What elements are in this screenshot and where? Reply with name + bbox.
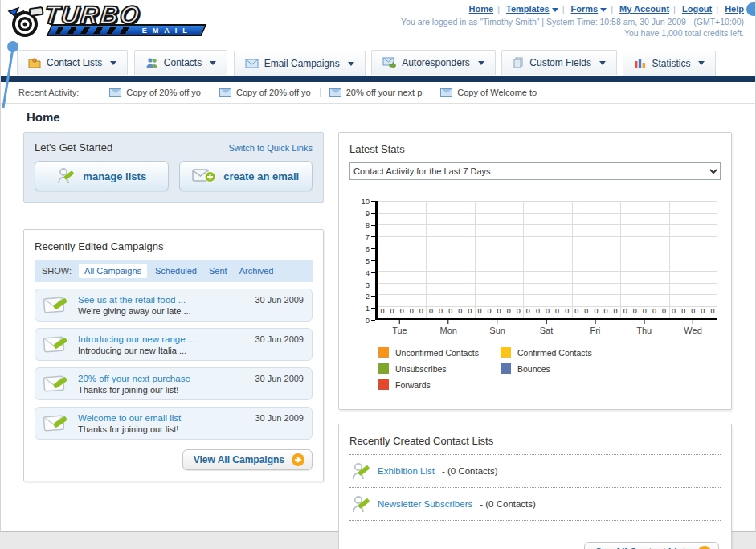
chart-value-label: 0 bbox=[546, 307, 550, 315]
legend-label: Bounces bbox=[517, 364, 550, 374]
main-area: Home Let's Get Started Switch to Quick L… bbox=[1, 104, 755, 549]
chart-value-label: 0 bbox=[400, 307, 404, 315]
recent-activity-item[interactable]: 20% off your next p bbox=[320, 88, 431, 97]
chart-value-label: 0 bbox=[633, 307, 637, 315]
get-started-title: Let's Get Started bbox=[35, 141, 112, 154]
recent-activity-bar: Recent Activity: Copy of 20% off yo Copy… bbox=[1, 82, 755, 104]
logo-subtitle: EMAIL bbox=[142, 27, 193, 35]
recent-activity-item[interactable]: Copy of Welcome to bbox=[431, 88, 546, 97]
campaigns-panel-title: Recently Edited Campaigns bbox=[35, 240, 313, 252]
tab-contact-lists[interactable]: Contact Lists bbox=[17, 50, 128, 75]
header: TURBO EMAIL Home| Templates| Forms| My A… bbox=[1, 0, 755, 50]
recently-edited-campaigns-panel: Recently Edited Campaigns SHOW: All Camp… bbox=[23, 229, 324, 481]
chart-x-tick: Thu bbox=[636, 320, 652, 335]
login-info: You are logged in as "Timothy Smith" | S… bbox=[401, 17, 744, 27]
envelope-plus-icon bbox=[192, 167, 216, 185]
campaign-subtitle: We're giving away our late ... bbox=[78, 306, 247, 316]
chart-value-label: 0 bbox=[623, 307, 627, 315]
chart-value-label: 0 bbox=[701, 307, 705, 315]
logo-text: TURBO EMAIL bbox=[44, 3, 204, 36]
chart-value-label: 0 bbox=[439, 307, 443, 315]
legend-swatch bbox=[378, 347, 389, 358]
chart-value-label: 0 bbox=[584, 307, 588, 315]
campaign-item[interactable]: Introducing our new range ... Introducin… bbox=[35, 328, 313, 361]
campaign-title-link[interactable]: Introducing our new range ... bbox=[78, 334, 247, 344]
recently-created-contact-lists-panel: Recently Created Contact Lists Exhibitio… bbox=[338, 424, 732, 549]
chart-value-label: 0 bbox=[429, 307, 433, 315]
main-nav-tabs: Contact Lists Contacts Email Campaigns A… bbox=[1, 50, 755, 76]
tab-statistics[interactable]: Statistics bbox=[623, 51, 716, 76]
campaign-envelope-pencil-icon bbox=[43, 295, 71, 316]
filter-sent[interactable]: Sent bbox=[209, 266, 227, 276]
chart-value-label: 0 bbox=[555, 307, 559, 315]
legend-swatch bbox=[378, 363, 389, 374]
chart-value-label: 0 bbox=[487, 307, 491, 315]
app-window: TURBO EMAIL Home| Templates| Forms| My A… bbox=[0, 0, 756, 549]
chart-value-label: 0 bbox=[594, 307, 598, 315]
filter-archived[interactable]: Archived bbox=[239, 266, 274, 276]
get-started-panel: Let's Get Started Switch to Quick Links … bbox=[23, 132, 324, 203]
campaign-title-link[interactable]: Welcome to our email list bbox=[78, 413, 247, 423]
tab-email-campaigns[interactable]: Email Campaigns bbox=[234, 51, 366, 76]
view-all-campaigns-button[interactable]: View All Campaigns bbox=[182, 449, 313, 470]
campaign-envelope-pencil-icon bbox=[43, 413, 71, 434]
campaign-title-link[interactable]: See us at the retail food ... bbox=[78, 295, 247, 305]
switch-quick-links-link[interactable]: Switch to Quick Links bbox=[228, 143, 313, 153]
chart-value-label: 0 bbox=[662, 307, 666, 315]
contact-list-link[interactable]: Exhibition List bbox=[378, 466, 435, 476]
chart-x-tick: Sat bbox=[540, 320, 554, 335]
logo-email-bar: EMAIL bbox=[47, 24, 207, 36]
campaign-item[interactable]: Welcome to our email list Thanks for joi… bbox=[35, 407, 313, 440]
nav-link-home[interactable]: Home bbox=[469, 4, 494, 14]
contact-list-link[interactable]: Newsletter Subscribers bbox=[378, 499, 472, 509]
campaign-envelope-pencil-icon bbox=[43, 334, 71, 355]
see-all-contact-lists-button[interactable]: See All Contact Lists bbox=[584, 542, 719, 549]
manage-lists-button[interactable]: manage lists bbox=[35, 161, 169, 191]
stats-activity-select[interactable]: Contact Activity for the Last 7 Days bbox=[349, 162, 721, 180]
chart-value-label: 0 bbox=[517, 307, 521, 315]
app-logo[interactable]: TURBO EMAIL bbox=[7, 3, 204, 42]
chart-value-label: 0 bbox=[691, 307, 695, 315]
legend-label: Unsubscribes bbox=[395, 364, 447, 374]
campaign-title-link[interactable]: 20% off your next purchase bbox=[78, 374, 247, 383]
arrow-right-icon bbox=[292, 453, 304, 466]
dropdown-arrow-icon bbox=[210, 61, 216, 65]
dropdown-arrow-icon bbox=[552, 8, 558, 12]
chart-value-label: 0 bbox=[468, 307, 472, 315]
contact-list-count: - (0 Contacts) bbox=[480, 499, 536, 509]
nav-link-logout[interactable]: Logout bbox=[682, 4, 712, 14]
dropdown-arrow-icon bbox=[110, 61, 116, 65]
contact-list-item[interactable]: Newsletter Subscribers - (0 Contacts) bbox=[349, 488, 721, 521]
help-bubble-icon[interactable] bbox=[746, 2, 755, 16]
nav-link-templates[interactable]: Templates bbox=[506, 4, 550, 14]
tab-autoresponders[interactable]: Autoresponders bbox=[371, 50, 496, 75]
tab-custom-fields[interactable]: Custom Fields bbox=[501, 50, 617, 75]
create-email-button[interactable]: create an email bbox=[179, 161, 313, 191]
campaign-item[interactable]: 20% off your next purchase Thanks for jo… bbox=[35, 367, 313, 400]
contact-list-count: - (0 Contacts) bbox=[442, 466, 498, 476]
filter-scheduled[interactable]: Scheduled bbox=[155, 266, 197, 276]
folder-contacts-icon bbox=[28, 57, 41, 68]
chart-value-label: 0 bbox=[477, 307, 481, 315]
nav-divider-bar bbox=[1, 76, 755, 82]
nav-link-my-account[interactable]: My Account bbox=[619, 4, 669, 14]
chart-x-tick: Sun bbox=[489, 320, 505, 335]
legend-item: Confirmed Contacts bbox=[501, 347, 623, 358]
recent-activity-item[interactable]: Copy of 20% off yo bbox=[210, 88, 320, 97]
chart-value-label: 0 bbox=[507, 307, 511, 315]
campaign-item[interactable]: See us at the retail food ... We're givi… bbox=[35, 289, 313, 322]
campaign-date: 30 Jun 2009 bbox=[255, 374, 304, 383]
campaign-subtitle: Thanks for joining our list! bbox=[78, 424, 247, 434]
chart-value-label: 0 bbox=[710, 307, 714, 315]
contact-list-item[interactable]: Exhibition List - (0 Contacts) bbox=[349, 455, 721, 488]
logo-stripes bbox=[55, 27, 133, 34]
recent-activity-item[interactable]: Copy of 20% off yo bbox=[100, 88, 210, 97]
chart-value-label: 0 bbox=[458, 307, 462, 315]
nav-link-help[interactable]: Help bbox=[725, 4, 744, 14]
tab-contacts[interactable]: Contacts bbox=[134, 50, 227, 75]
chart-x-axis: TueMonSunSatFriThuWed bbox=[375, 320, 717, 339]
filter-all-campaigns[interactable]: All Campaigns bbox=[79, 264, 147, 278]
chart-value-label: 0 bbox=[652, 307, 656, 315]
envelope-icon bbox=[245, 59, 259, 68]
nav-link-forms[interactable]: Forms bbox=[571, 4, 599, 14]
